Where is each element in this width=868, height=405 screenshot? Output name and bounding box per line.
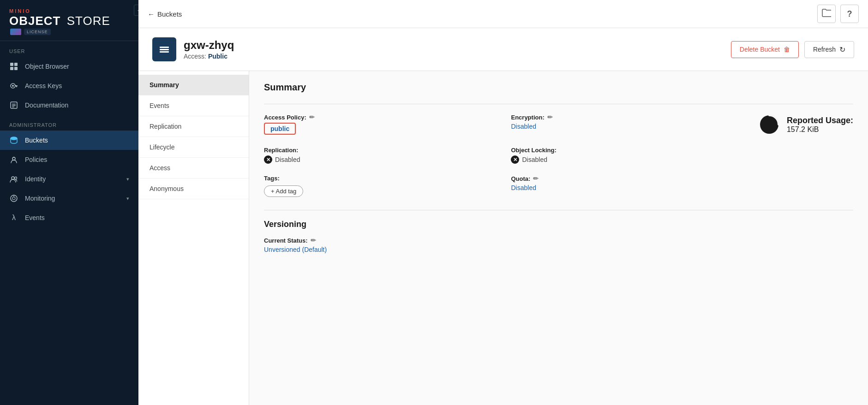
svg-rect-22 bbox=[160, 49, 169, 50]
documentation-icon bbox=[9, 101, 18, 110]
folder-icon bbox=[822, 9, 831, 19]
versioning-divider bbox=[264, 210, 853, 210]
license-row: LICENSE bbox=[9, 29, 129, 35]
replication-disabled-icon: ✕ bbox=[264, 155, 272, 164]
sidebar-item-label: Object Browser bbox=[25, 63, 129, 70]
bucket-info: gxw-zhyq Access: Public bbox=[184, 39, 234, 60]
svg-rect-2 bbox=[10, 67, 13, 70]
nav-item-lifecycle[interactable]: Lifecycle bbox=[138, 137, 249, 158]
access-policy-value: public bbox=[264, 123, 496, 135]
divider bbox=[264, 104, 853, 104]
reported-usage-value: 157.2 KiB bbox=[787, 125, 853, 134]
sidebar-item-monitoring[interactable]: Monitoring ▾ bbox=[0, 189, 138, 208]
access-policy-field: Access Policy: ✏ public bbox=[264, 113, 496, 136]
sidebar-item-label: Policies bbox=[25, 156, 129, 163]
sidebar-item-object-browser[interactable]: Object Browser bbox=[0, 57, 138, 76]
svg-point-17 bbox=[15, 177, 17, 179]
nav-item-summary[interactable]: Summary bbox=[138, 75, 249, 95]
nav-item-anonymous[interactable]: Anonymous bbox=[138, 179, 249, 199]
agpl-icon bbox=[10, 29, 21, 35]
delete-bucket-button[interactable]: Delete Bucket 🗑 bbox=[731, 41, 799, 58]
versioning-edit-icon[interactable]: ✏ bbox=[311, 237, 316, 244]
sidebar-item-buckets[interactable]: Buckets bbox=[0, 131, 138, 150]
current-status-value[interactable]: Unversioned (Default) bbox=[264, 246, 853, 253]
svg-rect-11 bbox=[12, 107, 14, 107]
quota-edit-icon[interactable]: ✏ bbox=[533, 175, 539, 182]
svg-point-14 bbox=[12, 157, 15, 160]
svg-rect-15 bbox=[13, 157, 15, 157]
back-to-buckets-link[interactable]: ← Buckets bbox=[148, 10, 182, 18]
current-status-field: Current Status: ✏ Unversioned (Default) bbox=[264, 237, 853, 253]
bucket-actions: Delete Bucket 🗑 Refresh ↻ bbox=[731, 41, 854, 58]
sidebar-item-documentation[interactable]: Documentation bbox=[0, 95, 138, 115]
access-policy-edit-icon[interactable]: ✏ bbox=[309, 113, 315, 121]
topbar-left: ← Buckets bbox=[148, 10, 182, 18]
object-locking-label: Object Locking: bbox=[511, 147, 743, 154]
help-icon: ? bbox=[847, 9, 852, 19]
folder-button[interactable] bbox=[817, 5, 836, 23]
tags-label: Tags: bbox=[264, 175, 496, 182]
monitoring-icon bbox=[9, 194, 18, 203]
current-status-label: Current Status: ✏ bbox=[264, 237, 853, 244]
buckets-icon bbox=[9, 136, 18, 145]
refresh-button[interactable]: Refresh ↻ bbox=[804, 41, 854, 58]
back-arrow-icon: ← bbox=[148, 10, 155, 18]
topbar: ← Buckets ? bbox=[138, 0, 868, 28]
nav-item-access[interactable]: Access bbox=[138, 158, 249, 179]
svg-rect-1 bbox=[14, 63, 18, 66]
identity-chevron-icon: ▾ bbox=[126, 176, 129, 182]
delete-icon: 🗑 bbox=[784, 46, 790, 53]
replication-label: Replication: bbox=[264, 147, 496, 154]
access-keys-icon bbox=[9, 81, 18, 90]
replication-field: Replication: ✕ Disabled bbox=[264, 147, 496, 164]
bucket-access: Access: Public bbox=[184, 53, 234, 60]
sidebar-item-label: Events bbox=[25, 214, 129, 221]
encryption-edit-icon[interactable]: ✏ bbox=[547, 113, 553, 121]
nav-item-events[interactable]: Events bbox=[138, 95, 249, 116]
svg-rect-6 bbox=[15, 85, 18, 86]
admin-section-label: Administrator bbox=[0, 115, 138, 131]
object-browser-icon bbox=[9, 62, 18, 71]
sidebar-item-label: Identity bbox=[25, 175, 120, 183]
quota-value[interactable]: Disabled bbox=[511, 184, 743, 191]
replication-status: ✕ Disabled bbox=[264, 155, 496, 164]
svg-rect-3 bbox=[14, 67, 18, 70]
svg-rect-7 bbox=[16, 86, 17, 87]
svg-point-19 bbox=[12, 197, 15, 200]
collapse-sidebar-button[interactable]: ◁ bbox=[134, 5, 138, 16]
summary-title: Summary bbox=[264, 82, 853, 93]
object-locking-disabled-icon: ✕ bbox=[511, 155, 519, 164]
monitoring-chevron-icon: ▾ bbox=[126, 196, 129, 202]
bucket-header: gxw-zhyq Access: Public Delete Bucket 🗑 … bbox=[138, 28, 868, 71]
reported-usage-label: Reported Usage: bbox=[787, 116, 853, 125]
quota-field: Quota: ✏ Disabled bbox=[511, 175, 743, 197]
bucket-icon bbox=[152, 37, 176, 61]
sidebar-item-policies[interactable]: Policies bbox=[0, 150, 138, 169]
right-panel: Summary Access Policy: ✏ public bbox=[249, 71, 868, 405]
events-icon: λ bbox=[9, 213, 18, 222]
add-tag-button[interactable]: + Add tag bbox=[264, 185, 303, 197]
tags-field: Tags: + Add tag bbox=[264, 175, 496, 197]
versioning-title: Versioning bbox=[264, 220, 853, 229]
nav-item-replication[interactable]: Replication bbox=[138, 116, 249, 137]
bucket-name: gxw-zhyq bbox=[184, 39, 234, 52]
object-locking-status: ✕ Disabled bbox=[511, 155, 743, 164]
sidebar-item-identity[interactable]: Identity ▾ bbox=[0, 169, 138, 189]
sidebar-header: MINIO OBJECT STORE LICENSE ◁ bbox=[0, 0, 138, 41]
policy-box[interactable]: public bbox=[264, 123, 296, 135]
svg-rect-21 bbox=[160, 47, 169, 48]
svg-point-16 bbox=[12, 177, 14, 179]
svg-rect-9 bbox=[12, 104, 16, 105]
encryption-label: Encryption: ✏ bbox=[511, 113, 743, 121]
sidebar-item-access-keys[interactable]: Access Keys bbox=[0, 76, 138, 95]
usage-chart bbox=[758, 113, 780, 136]
sidebar-item-events[interactable]: λ Events bbox=[0, 208, 138, 227]
access-policy-label: Access Policy: ✏ bbox=[264, 113, 496, 121]
policies-icon bbox=[9, 155, 18, 164]
sidebar-logo: MINIO OBJECT STORE LICENSE bbox=[0, 0, 138, 41]
help-button[interactable]: ? bbox=[840, 5, 859, 23]
encryption-value[interactable]: Disabled bbox=[511, 123, 743, 130]
encryption-field: Encryption: ✏ Disabled bbox=[511, 113, 743, 136]
user-section-label: User bbox=[0, 41, 138, 57]
sidebar-item-label: Documentation bbox=[25, 101, 129, 109]
